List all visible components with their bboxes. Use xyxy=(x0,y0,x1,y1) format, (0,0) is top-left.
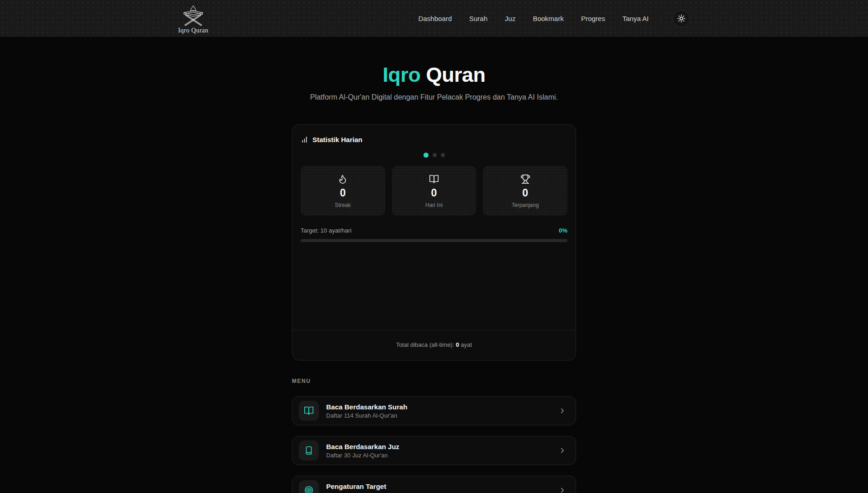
brand-logo[interactable]: Iqro Quran xyxy=(178,3,208,34)
nav-link-bookmark[interactable]: Bookmark xyxy=(533,15,564,22)
sun-icon xyxy=(677,14,686,23)
quran-rehal-icon xyxy=(182,5,204,27)
menu-item-subtitle: Daftar 30 Juz Al-Qur'an xyxy=(326,452,551,459)
theme-toggle-button[interactable] xyxy=(672,10,690,27)
trophy-icon xyxy=(487,174,564,184)
stats-card-header: Statistik Harian xyxy=(301,136,567,143)
menu-heading: MENU xyxy=(292,378,576,384)
daily-stats-card: Statistik Harian 0Streak0Hari Ini0Terpan… xyxy=(292,124,576,360)
stat-box-streak: 0Streak xyxy=(301,166,385,216)
menu-item-icon-wrap xyxy=(299,440,319,461)
page-title: IqroQuran xyxy=(0,63,868,87)
bar-chart-icon xyxy=(301,136,308,143)
menu-item-subtitle: Daftar 114 Surah Al-Qur'an xyxy=(326,412,551,419)
book-open-icon xyxy=(396,174,473,184)
carousel-dot-3[interactable] xyxy=(441,153,445,157)
stat-value: 0 xyxy=(487,187,564,199)
target-label: Target: 10 ayat/hari xyxy=(301,227,351,234)
stat-label: Streak xyxy=(304,202,381,208)
total-read-suffix: ayat xyxy=(459,341,472,348)
chevron-right-icon xyxy=(558,446,566,455)
chevron-right-icon xyxy=(558,486,566,493)
total-read-summary: Total dibaca (all-time): 0 ayat xyxy=(301,330,567,360)
carousel-dot-2[interactable] xyxy=(433,153,437,157)
target-icon xyxy=(304,485,314,493)
stats-card-title: Statistik Harian xyxy=(312,136,362,143)
menu-item-subtitle: Atur target bacaan & backup data xyxy=(326,492,551,493)
carousel-dots xyxy=(301,153,567,158)
menu-item-texts: Baca Berdasarkan SurahDaftar 114 Surah A… xyxy=(326,403,551,419)
menu-item-texts: Baca Berdasarkan JuzDaftar 30 Juz Al-Qur… xyxy=(326,443,551,459)
flame-icon xyxy=(304,174,381,184)
menu-item-baca-berdasarkan-surah[interactable]: Baca Berdasarkan SurahDaftar 114 Surah A… xyxy=(292,396,576,425)
menu-item-icon-wrap xyxy=(299,480,319,493)
navbar-inner: Iqro Quran DashboardSurahJuzBookmarkProg… xyxy=(174,0,694,37)
nav-link-progres[interactable]: Progres xyxy=(581,15,605,22)
menu-item-pengaturan-target[interactable]: Pengaturan TargetAtur target bacaan & ba… xyxy=(292,476,576,493)
chart-empty-area xyxy=(301,242,567,330)
brand-name: Iqro Quran xyxy=(178,27,208,34)
page-title-rest: Quran xyxy=(426,63,485,86)
book-icon xyxy=(304,445,314,456)
nav-link-juz[interactable]: Juz xyxy=(505,15,515,22)
stat-label: Hari Ini xyxy=(396,202,473,208)
total-read-prefix: Total dibaca (all-time): xyxy=(396,341,456,348)
menu-item-baca-berdasarkan-juz[interactable]: Baca Berdasarkan JuzDaftar 30 Juz Al-Qur… xyxy=(292,436,576,465)
nav-links: DashboardSurahJuzBookmarkProgresTanya AI xyxy=(418,10,690,27)
menu-item-texts: Pengaturan TargetAtur target bacaan & ba… xyxy=(326,482,551,493)
menu-item-title: Baca Berdasarkan Surah xyxy=(326,403,551,411)
chevron-right-icon xyxy=(558,407,566,415)
stat-box-terpanjang: 0Terpanjang xyxy=(483,166,567,216)
target-row: Target: 10 ayat/hari 0% xyxy=(301,227,567,234)
page-title-accent: Iqro xyxy=(382,63,420,86)
carousel-dot-1[interactable] xyxy=(423,153,429,158)
nav-link-surah[interactable]: Surah xyxy=(469,15,487,22)
hero: IqroQuran Platform Al-Qur'an Digital den… xyxy=(0,63,868,101)
page-subtitle: Platform Al-Qur'an Digital dengan Fitur … xyxy=(0,93,868,101)
stat-value: 0 xyxy=(396,187,473,199)
menu-item-title: Baca Berdasarkan Juz xyxy=(326,443,551,451)
menu-item-icon-wrap xyxy=(299,401,319,421)
target-percent: 0% xyxy=(559,227,567,234)
stat-value: 0 xyxy=(304,187,381,199)
stat-label: Terpanjang xyxy=(487,202,564,208)
nav-link-tanya-ai[interactable]: Tanya AI xyxy=(622,15,649,22)
menu-item-title: Pengaturan Target xyxy=(326,482,551,490)
navbar: Iqro Quran DashboardSurahJuzBookmarkProg… xyxy=(0,0,868,37)
total-read-value: 0 xyxy=(456,341,459,348)
nav-link-dashboard[interactable]: Dashboard xyxy=(418,15,452,22)
stat-grid: 0Streak0Hari Ini0Terpanjang xyxy=(301,166,567,216)
stat-box-hari-ini: 0Hari Ini xyxy=(392,166,476,216)
book-open-icon xyxy=(304,406,314,416)
menu-list: Baca Berdasarkan SurahDaftar 114 Surah A… xyxy=(292,396,576,493)
target-progress-bar xyxy=(301,239,567,242)
